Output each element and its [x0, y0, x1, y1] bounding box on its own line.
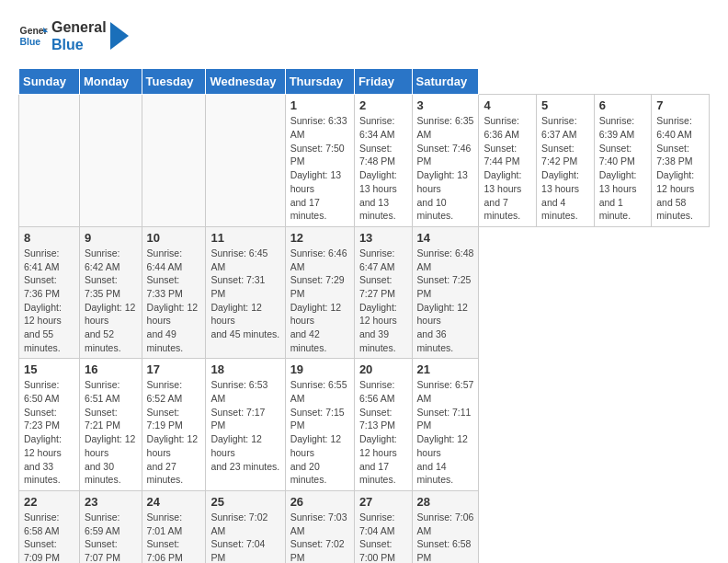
- day-info: Sunrise: 6:48 AM Sunset: 7:25 PM Dayligh…: [417, 247, 474, 355]
- day-info: Sunrise: 6:56 AM Sunset: 7:13 PM Dayligh…: [359, 378, 407, 487]
- day-number: 21: [417, 362, 474, 376]
- day-cell-11: 11Sunrise: 6:45 AM Sunset: 7:31 PM Dayli…: [206, 226, 285, 359]
- day-cell-1: 1Sunrise: 6:33 AM Sunset: 7:50 PM Daylig…: [285, 95, 354, 227]
- day-cell-25: 25Sunrise: 7:02 AM Sunset: 7:04 PM Dayli…: [206, 490, 285, 563]
- day-info: Sunrise: 6:55 AM Sunset: 7:15 PM Dayligh…: [290, 378, 349, 487]
- day-number: 25: [210, 495, 279, 509]
- day-info: Sunrise: 6:37 AM Sunset: 7:42 PM Dayligh…: [541, 114, 589, 223]
- day-info: Sunrise: 6:53 AM Sunset: 7:17 PM Dayligh…: [210, 378, 279, 473]
- logo-general: General: [51, 18, 107, 36]
- calendar-table: SundayMondayTuesdayWednesdayThursdayFrid…: [18, 68, 710, 563]
- day-info: Sunrise: 6:58 AM Sunset: 7:09 PM Dayligh…: [24, 511, 74, 563]
- day-info: Sunrise: 6:39 AM Sunset: 7:40 PM Dayligh…: [599, 114, 647, 223]
- day-number: 8: [24, 231, 74, 245]
- logo-icon: General Blue: [18, 21, 48, 51]
- day-number: 4: [483, 98, 531, 112]
- column-header-monday: Monday: [79, 69, 142, 95]
- day-info: Sunrise: 6:57 AM Sunset: 7:11 PM Dayligh…: [417, 378, 474, 487]
- day-cell-13: 13Sunrise: 6:47 AM Sunset: 7:27 PM Dayli…: [354, 226, 412, 359]
- day-number: 26: [290, 495, 349, 509]
- day-cell-15: 15Sunrise: 6:50 AM Sunset: 7:23 PM Dayli…: [19, 359, 80, 491]
- day-cell-12: 12Sunrise: 6:46 AM Sunset: 7:29 PM Dayli…: [285, 226, 354, 359]
- day-number: 3: [417, 98, 474, 112]
- week-row-2: 8Sunrise: 6:41 AM Sunset: 7:36 PM Daylig…: [19, 226, 710, 359]
- day-number: 27: [359, 495, 407, 509]
- day-number: 5: [541, 98, 589, 112]
- day-cell-16: 16Sunrise: 6:51 AM Sunset: 7:21 PM Dayli…: [79, 359, 142, 491]
- day-info: Sunrise: 6:50 AM Sunset: 7:23 PM Dayligh…: [24, 378, 74, 487]
- day-info: Sunrise: 6:52 AM Sunset: 7:19 PM Dayligh…: [147, 378, 201, 487]
- day-info: Sunrise: 7:01 AM Sunset: 7:06 PM Dayligh…: [147, 511, 201, 563]
- day-cell-7: 7Sunrise: 6:40 AM Sunset: 7:38 PM Daylig…: [652, 95, 710, 227]
- day-cell-14: 14Sunrise: 6:48 AM Sunset: 7:25 PM Dayli…: [412, 226, 479, 359]
- day-cell-22: 22Sunrise: 6:58 AM Sunset: 7:09 PM Dayli…: [19, 490, 80, 563]
- day-cell-21: 21Sunrise: 6:57 AM Sunset: 7:11 PM Dayli…: [412, 359, 479, 491]
- day-number: 11: [210, 231, 279, 245]
- day-number: 24: [147, 495, 201, 509]
- column-header-tuesday: Tuesday: [142, 69, 206, 95]
- day-info: Sunrise: 6:44 AM Sunset: 7:33 PM Dayligh…: [147, 247, 201, 355]
- day-info: Sunrise: 6:45 AM Sunset: 7:31 PM Dayligh…: [210, 247, 279, 341]
- column-header-saturday: Saturday: [412, 69, 479, 95]
- column-header-sunday: Sunday: [19, 69, 80, 95]
- day-number: 22: [24, 495, 74, 509]
- day-info: Sunrise: 6:46 AM Sunset: 7:29 PM Dayligh…: [290, 247, 349, 355]
- day-info: Sunrise: 6:51 AM Sunset: 7:21 PM Dayligh…: [85, 378, 137, 487]
- day-number: 17: [147, 362, 201, 376]
- svg-marker-3: [110, 22, 129, 50]
- day-number: 9: [85, 231, 137, 245]
- day-info: Sunrise: 6:47 AM Sunset: 7:27 PM Dayligh…: [359, 247, 407, 355]
- svg-text:Blue: Blue: [20, 37, 41, 47]
- day-number: 18: [210, 362, 279, 376]
- day-cell-24: 24Sunrise: 7:01 AM Sunset: 7:06 PM Dayli…: [142, 490, 206, 563]
- day-info: Sunrise: 6:41 AM Sunset: 7:36 PM Dayligh…: [24, 247, 74, 355]
- day-number: 16: [85, 362, 137, 376]
- day-number: 10: [147, 231, 201, 245]
- day-number: 28: [417, 495, 474, 509]
- calendar-header-row: SundayMondayTuesdayWednesdayThursdayFrid…: [19, 69, 710, 95]
- day-number: 2: [359, 98, 407, 112]
- day-info: Sunrise: 7:06 AM Sunset: 6:58 PM Dayligh…: [417, 511, 474, 563]
- empty-cell: [206, 95, 285, 227]
- column-header-wednesday: Wednesday: [206, 69, 285, 95]
- day-info: Sunrise: 6:34 AM Sunset: 7:48 PM Dayligh…: [359, 114, 407, 223]
- page-header: General Blue General Blue: [18, 18, 710, 53]
- day-cell-28: 28Sunrise: 7:06 AM Sunset: 6:58 PM Dayli…: [412, 490, 479, 563]
- logo-blue: Blue: [51, 36, 107, 53]
- week-row-3: 15Sunrise: 6:50 AM Sunset: 7:23 PM Dayli…: [19, 359, 710, 491]
- logo-arrow-icon: [110, 22, 129, 50]
- week-row-1: 1Sunrise: 6:33 AM Sunset: 7:50 PM Daylig…: [19, 95, 710, 227]
- day-cell-27: 27Sunrise: 7:04 AM Sunset: 7:00 PM Dayli…: [354, 490, 412, 563]
- logo: General Blue General Blue: [18, 18, 129, 53]
- day-cell-10: 10Sunrise: 6:44 AM Sunset: 7:33 PM Dayli…: [142, 226, 206, 359]
- day-number: 19: [290, 362, 349, 376]
- day-number: 14: [417, 231, 474, 245]
- day-cell-18: 18Sunrise: 6:53 AM Sunset: 7:17 PM Dayli…: [206, 359, 285, 491]
- day-cell-20: 20Sunrise: 6:56 AM Sunset: 7:13 PM Dayli…: [354, 359, 412, 491]
- day-info: Sunrise: 7:03 AM Sunset: 7:02 PM Dayligh…: [290, 511, 349, 563]
- day-cell-23: 23Sunrise: 6:59 AM Sunset: 7:07 PM Dayli…: [79, 490, 142, 563]
- day-cell-4: 4Sunrise: 6:36 AM Sunset: 7:44 PM Daylig…: [479, 95, 537, 227]
- day-number: 7: [656, 98, 704, 112]
- day-number: 20: [359, 362, 407, 376]
- column-header-friday: Friday: [354, 69, 412, 95]
- day-cell-9: 9Sunrise: 6:42 AM Sunset: 7:35 PM Daylig…: [79, 226, 142, 359]
- week-row-4: 22Sunrise: 6:58 AM Sunset: 7:09 PM Dayli…: [19, 490, 710, 563]
- day-cell-5: 5Sunrise: 6:37 AM Sunset: 7:42 PM Daylig…: [537, 95, 595, 227]
- day-info: Sunrise: 7:04 AM Sunset: 7:00 PM Dayligh…: [359, 511, 407, 563]
- day-cell-2: 2Sunrise: 6:34 AM Sunset: 7:48 PM Daylig…: [354, 95, 412, 227]
- day-info: Sunrise: 6:59 AM Sunset: 7:07 PM Dayligh…: [85, 511, 137, 563]
- day-number: 15: [24, 362, 74, 376]
- day-info: Sunrise: 6:35 AM Sunset: 7:46 PM Dayligh…: [417, 114, 474, 223]
- column-header-thursday: Thursday: [285, 69, 354, 95]
- day-info: Sunrise: 6:40 AM Sunset: 7:38 PM Dayligh…: [656, 114, 704, 223]
- day-info: Sunrise: 6:42 AM Sunset: 7:35 PM Dayligh…: [85, 247, 137, 355]
- day-number: 23: [85, 495, 137, 509]
- day-cell-26: 26Sunrise: 7:03 AM Sunset: 7:02 PM Dayli…: [285, 490, 354, 563]
- day-cell-8: 8Sunrise: 6:41 AM Sunset: 7:36 PM Daylig…: [19, 226, 80, 359]
- day-number: 6: [599, 98, 647, 112]
- empty-cell: [19, 95, 80, 227]
- day-number: 1: [290, 98, 349, 112]
- day-cell-3: 3Sunrise: 6:35 AM Sunset: 7:46 PM Daylig…: [412, 95, 479, 227]
- day-info: Sunrise: 6:36 AM Sunset: 7:44 PM Dayligh…: [483, 114, 531, 223]
